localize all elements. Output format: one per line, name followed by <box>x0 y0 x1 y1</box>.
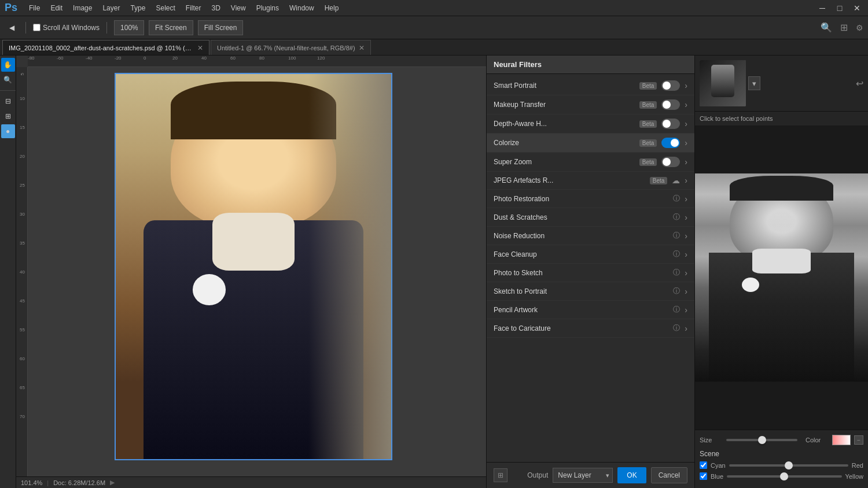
preview-main-image[interactable] <box>695 125 868 430</box>
minimize-button[interactable]: ─ <box>816 2 829 14</box>
maximize-button[interactable]: □ <box>833 2 846 14</box>
filter-arrow-icon[interactable]: › <box>685 324 687 333</box>
filter-icon-2[interactable]: ⊞ <box>1 109 15 123</box>
tab-document-1[interactable]: IMG_20201108_0002_after-dust-and-scratch… <box>2 40 209 55</box>
filter-item-pencil-artwork[interactable]: Pencil Artwork ⓘ › <box>487 301 694 319</box>
filter-toggle-makeup-transfer[interactable] <box>661 99 680 110</box>
menu-window[interactable]: Window <box>286 3 318 13</box>
filter-item-makeup-transfer[interactable]: Makeup Transfer Beta › <box>487 95 694 114</box>
scene-blue-slider[interactable] <box>727 475 842 478</box>
tab-close-2[interactable]: ✕ <box>359 44 365 52</box>
filter-toggle-colorize[interactable] <box>661 138 680 148</box>
scene-cyan-checkbox[interactable] <box>700 461 707 469</box>
info-icon[interactable]: ⓘ <box>673 323 680 333</box>
filter-arrow-icon[interactable]: › <box>685 176 687 185</box>
filter-item-photo-restoration[interactable]: Photo Restoration ⓘ › <box>487 190 694 208</box>
hand-tool[interactable]: ✋ <box>1 58 15 72</box>
filter-item-jpeg-artefacts[interactable]: JPEG Artefacts R... Beta ☁ › <box>487 172 694 190</box>
filter-arrow-icon[interactable]: › <box>685 305 687 315</box>
info-icon[interactable]: ⓘ <box>673 194 680 204</box>
fit-screen-button[interactable]: Fit Screen <box>149 20 193 35</box>
filter-item-colorize[interactable]: Colorize Beta › <box>487 134 694 153</box>
filter-item-depth-aware[interactable]: Depth-Aware H... Beta › <box>487 114 694 134</box>
output-select[interactable]: New Layer Current Layer Smart Filter <box>553 468 613 483</box>
tab-close-1[interactable]: ✕ <box>197 44 203 52</box>
preview-thumbnail[interactable] <box>700 60 746 106</box>
menu-layer[interactable]: Layer <box>99 3 123 13</box>
info-icon[interactable]: ⓘ <box>673 231 680 241</box>
filter-arrow-icon[interactable]: › <box>685 250 687 259</box>
filter-name: Face Cleanup <box>494 250 668 258</box>
zoom-input[interactable] <box>114 20 144 35</box>
filter-arrow-icon[interactable]: › <box>685 119 687 128</box>
filter-arrow-icon[interactable]: › <box>685 157 687 167</box>
info-icon[interactable]: ⓘ <box>673 249 680 259</box>
menu-file[interactable]: File <box>25 3 43 13</box>
filter-item-face-to-caricature[interactable]: Face to Caricature ⓘ › <box>487 319 694 338</box>
color-reduce-button[interactable]: − <box>854 435 863 445</box>
filter-icon-3[interactable]: ● <box>1 124 15 138</box>
scene-cyan-slider-thumb[interactable] <box>785 461 793 469</box>
neural-filters-header: Neural Filters <box>487 56 694 74</box>
info-icon[interactable]: ⓘ <box>673 286 680 296</box>
scene-blue-checkbox[interactable] <box>700 472 707 480</box>
filter-item-smart-portrait[interactable]: Smart Portrait Beta › <box>487 76 694 95</box>
output-dropdown[interactable]: New Layer Current Layer Smart Filter <box>553 468 613 483</box>
settings-icon[interactable]: ⚙ <box>856 23 863 32</box>
info-icon[interactable]: ⓘ <box>673 212 680 222</box>
filter-item-photo-to-sketch[interactable]: Photo to Sketch ⓘ › <box>487 264 694 282</box>
scene-blue-slider-thumb[interactable] <box>780 472 788 480</box>
filter-arrow-icon[interactable]: › <box>685 138 687 147</box>
scene-blue-label: Blue <box>711 473 723 480</box>
filter-item-dust-scratches[interactable]: Dust & Scratches ⓘ › <box>487 208 694 227</box>
thumbnail-expand-button[interactable]: ▾ <box>748 76 760 90</box>
filter-name: Depth-Aware H... <box>494 120 635 128</box>
filter-item-super-zoom[interactable]: Super Zoom Beta › <box>487 153 694 172</box>
menu-view[interactable]: View <box>227 3 249 13</box>
filter-arrow-icon[interactable]: › <box>685 213 687 222</box>
cancel-button[interactable]: Cancel <box>651 467 687 483</box>
filter-arrow-icon[interactable]: › <box>685 231 687 241</box>
doc-info-arrow[interactable]: ▶ <box>110 479 115 486</box>
menu-3d[interactable]: 3D <box>208 3 224 13</box>
scroll-all-windows-checkbox[interactable] <box>33 24 41 31</box>
filter-arrow-icon[interactable]: › <box>685 81 687 90</box>
menu-plugins[interactable]: Plugins <box>253 3 282 13</box>
scene-cyan-slider[interactable] <box>729 464 848 467</box>
filter-arrow-icon[interactable]: › <box>685 287 687 296</box>
size-slider[interactable] <box>726 439 797 441</box>
filter-name: Photo Restoration <box>494 195 668 203</box>
menu-image[interactable]: Image <box>69 3 95 13</box>
scroll-all-windows-check[interactable]: Scroll All Windows <box>33 24 100 32</box>
info-icon[interactable]: ⓘ <box>673 305 680 315</box>
ok-button[interactable]: OK <box>617 467 646 483</box>
filter-icon-1[interactable]: ⊟ <box>1 94 15 108</box>
menu-select[interactable]: Select <box>152 3 178 13</box>
color-swatch[interactable] <box>832 435 851 445</box>
canvas-document[interactable] <box>28 67 486 476</box>
filter-item-face-cleanup[interactable]: Face Cleanup ⓘ › <box>487 245 694 264</box>
menu-edit[interactable]: Edit <box>47 3 66 13</box>
info-icon[interactable]: ⓘ <box>673 268 680 278</box>
filter-toggle-depth-aware[interactable] <box>661 119 680 129</box>
filter-toggle-super-zoom[interactable] <box>661 157 680 167</box>
back-button[interactable]: ◀ <box>5 21 19 35</box>
filter-toggle-smart-portrait[interactable] <box>661 80 680 91</box>
size-slider-thumb[interactable] <box>758 436 766 444</box>
menu-type[interactable]: Type <box>127 3 149 13</box>
undo-icon[interactable]: ↩ <box>856 78 863 89</box>
menu-filter[interactable]: Filter <box>182 3 205 13</box>
close-button[interactable]: ✕ <box>851 2 863 14</box>
filter-arrow-icon[interactable]: › <box>685 268 687 278</box>
layers-footer-icon[interactable]: ⊞ <box>494 468 507 482</box>
zoom-tool[interactable]: 🔍 <box>1 73 15 87</box>
arrange-icon[interactable]: ⊞ <box>840 22 848 33</box>
fill-screen-button[interactable]: Fill Screen <box>198 20 244 35</box>
menu-help[interactable]: Help <box>321 3 343 13</box>
filter-item-sketch-to-portrait[interactable]: Sketch to Portrait ⓘ › <box>487 282 694 301</box>
filter-item-noise-reduction[interactable]: Noise Reduction ⓘ › <box>487 227 694 245</box>
search-icon[interactable]: 🔍 <box>821 22 832 33</box>
tab-document-2[interactable]: Untitled-1 @ 66.7% (Neural-filter-result… <box>211 40 371 55</box>
filter-arrow-icon[interactable]: › <box>685 100 687 109</box>
filter-arrow-icon[interactable]: › <box>685 194 687 204</box>
